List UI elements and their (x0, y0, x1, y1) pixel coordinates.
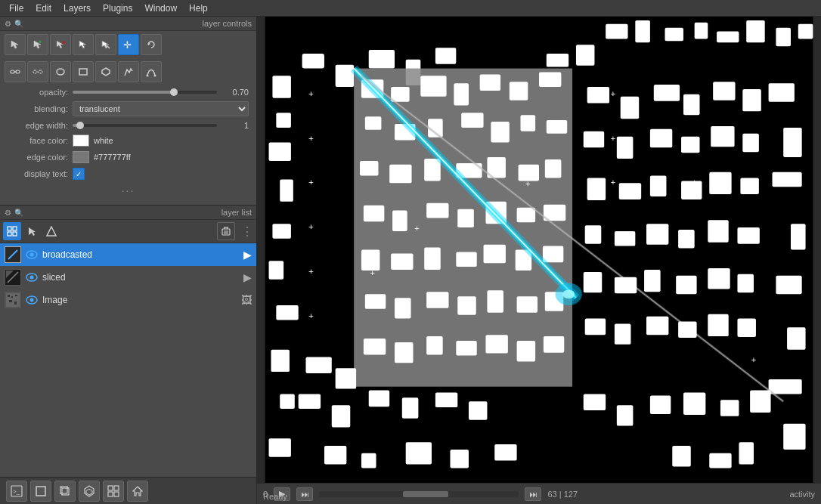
svg-rect-138 (484, 245, 506, 263)
end-button[interactable]: ⏭ (525, 487, 541, 501)
svg-line-33 (8, 250, 17, 259)
layer-list-menu-icon[interactable]: ⋮ (241, 224, 253, 239)
svg-rect-222 (708, 268, 730, 289)
svg-rect-22 (8, 232, 11, 236)
layer-controls-section: ⚙ 🔍 layer controls + ✕ (0, 17, 256, 206)
tool-move-cross[interactable]: ✛ (118, 34, 139, 55)
tools-row-1: + ✕ ✛ (0, 31, 256, 58)
bottom-tool-square[interactable] (30, 481, 51, 502)
tool-arrow-select[interactable] (5, 34, 26, 55)
edge-width-label: edge width: (8, 121, 68, 130)
layer-tool-shapes[interactable] (42, 222, 60, 240)
tool-draw[interactable] (118, 61, 139, 82)
layer-broadcasted-visibility[interactable] (24, 247, 39, 262)
bottom-tool-box3d[interactable] (54, 481, 76, 502)
tool-add-node[interactable]: + (27, 34, 48, 55)
tool-remove-node[interactable]: ✕ (50, 34, 71, 55)
opacity-label: opacity: (8, 88, 68, 97)
svg-point-19 (154, 75, 156, 77)
tool-link[interactable] (5, 61, 26, 82)
opacity-slider[interactable] (73, 91, 217, 94)
svg-point-47 (30, 298, 34, 302)
menu-help[interactable]: Help (183, 2, 214, 15)
blending-select[interactable]: translucent normal multiply screen (73, 101, 249, 116)
menu-window[interactable]: Window (138, 2, 183, 15)
layer-broadcasted[interactable]: broadcasted ▶ (0, 243, 256, 266)
layer-sliced-visibility[interactable] (24, 270, 39, 285)
edge-color-swatch[interactable] (73, 151, 89, 163)
svg-rect-204 (711, 126, 734, 147)
svg-rect-192 (720, 400, 739, 416)
svg-text:+: + (414, 223, 420, 233)
svg-text:+: + (308, 221, 314, 231)
tool-rotate[interactable] (141, 34, 162, 55)
svg-rect-64 (606, 24, 627, 39)
menu-file[interactable]: File (3, 2, 29, 15)
svg-rect-60 (108, 492, 113, 496)
status-bar: 0 ▶ ⏭ ⏭ 63 | 127 activity (257, 483, 821, 504)
display-text-label: display text: (8, 169, 68, 178)
layer-image-visibility[interactable] (24, 292, 39, 308)
layer-list-magnify-icon: 🔍 (14, 209, 23, 217)
layer-tool-arrow[interactable] (23, 222, 41, 240)
canvas-content[interactable]: + + + + + + + + + + + + + + + + + + (257, 17, 821, 483)
svg-rect-210 (709, 172, 731, 194)
tool-poly[interactable] (95, 61, 116, 82)
skip-button[interactable]: ⏭ (296, 487, 313, 501)
opacity-thumb[interactable] (170, 88, 178, 96)
svg-rect-41 (8, 295, 10, 297)
svg-rect-84 (773, 172, 802, 187)
tool-link2[interactable] (27, 61, 48, 82)
face-color-swatch[interactable] (73, 135, 89, 147)
svg-rect-13 (33, 70, 37, 73)
tool-rect[interactable] (73, 61, 94, 82)
svg-rect-98 (302, 54, 324, 69)
bottom-tool-box3d-out[interactable] (79, 481, 100, 502)
timeline-scrubber[interactable] (319, 491, 519, 497)
tool-arrow-white[interactable] (73, 34, 94, 55)
svg-rect-206 (587, 178, 606, 200)
tool-ellipse[interactable] (50, 61, 71, 82)
svg-rect-154 (544, 336, 564, 353)
layer-delete-button[interactable] (217, 222, 235, 240)
svg-rect-74 (269, 142, 291, 160)
tool-arrow-corner[interactable] (95, 34, 116, 55)
svg-rect-198 (713, 82, 735, 100)
menu-layers[interactable]: Layers (57, 2, 97, 15)
svg-rect-119 (547, 120, 567, 134)
left-panel: ⚙ 🔍 layer controls + ✕ (0, 17, 257, 504)
edge-width-slider[interactable] (73, 124, 217, 127)
svg-rect-135 (391, 253, 413, 270)
bottom-tool-grid[interactable] (103, 481, 124, 502)
svg-rect-227 (678, 321, 696, 338)
face-color-swatch-row: white (73, 135, 249, 147)
svg-rect-144 (457, 296, 476, 314)
menu-edit[interactable]: Edit (29, 2, 57, 15)
layer-tool-points[interactable] (3, 222, 21, 240)
svg-rect-85 (791, 224, 806, 249)
svg-rect-91 (361, 453, 376, 468)
ready-status: Ready (263, 492, 287, 501)
menu-plugins[interactable]: Plugins (97, 2, 138, 15)
bottom-tool-terminal[interactable]: >_ (6, 481, 27, 502)
svg-rect-113 (365, 116, 382, 130)
svg-rect-217 (737, 227, 759, 244)
bottom-toolbar: >_ (0, 477, 256, 504)
layer-sliced-name: sliced (42, 272, 240, 283)
tool-path[interactable] (141, 61, 162, 82)
edge-width-thumb[interactable] (76, 122, 84, 129)
svg-rect-88 (769, 379, 802, 394)
svg-rect-140 (543, 246, 563, 263)
svg-text:+: + (610, 133, 615, 143)
svg-rect-69 (746, 20, 764, 42)
display-text-checkbox[interactable]: ✓ (73, 168, 85, 180)
layer-list-header: ⚙ 🔍 layer list (0, 206, 256, 220)
layer-image[interactable]: Image 🖼 (0, 289, 256, 311)
svg-rect-218 (584, 272, 602, 292)
scrubber-handle[interactable] (403, 491, 448, 497)
layer-sliced[interactable]: sliced ▶ (0, 266, 256, 289)
bottom-tool-home[interactable] (127, 481, 148, 502)
svg-rect-129 (426, 203, 448, 218)
svg-marker-24 (29, 227, 36, 236)
svg-point-179 (562, 289, 575, 298)
